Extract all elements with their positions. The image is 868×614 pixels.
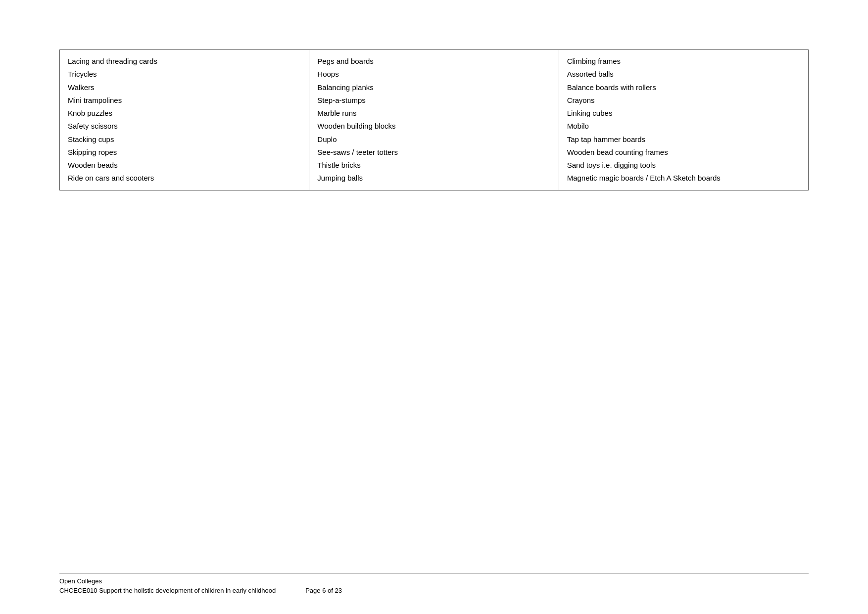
footer-course-title: CHCECE010 Support the holistic developme…	[59, 587, 276, 594]
list-item: Duplo	[317, 133, 550, 146]
list-item: Mini trampolines	[68, 94, 301, 107]
list-item: Walkers	[68, 81, 301, 94]
content-table: Lacing and threading cardsTricyclesWalke…	[59, 49, 809, 190]
list-item: Mobilo	[567, 120, 800, 133]
list-item: Skipping ropes	[68, 146, 301, 159]
list-item: Balancing planks	[317, 81, 550, 94]
list-item: Safety scissors	[68, 120, 301, 133]
list-item: Climbing frames	[567, 55, 800, 68]
list-item: Lacing and threading cards	[68, 55, 301, 68]
list-item: Assorted balls	[567, 68, 800, 81]
list-item: Step-a-stumps	[317, 94, 550, 107]
list-item: Balance boards with rollers	[567, 81, 800, 94]
list-item: Wooden bead counting frames	[567, 146, 800, 159]
footer-org: Open Colleges	[59, 577, 809, 585]
list-item: Wooden building blocks	[317, 120, 550, 133]
list-item: Ride on cars and scooters	[68, 172, 301, 185]
list-item: Stacking cups	[68, 133, 301, 146]
list-item: See-saws / teeter totters	[317, 146, 550, 159]
footer-page: Page 6 of 23	[305, 587, 342, 594]
list-item: Linking cubes	[567, 107, 800, 120]
list-item: Tap tap hammer boards	[567, 133, 800, 146]
footer-course: CHCECE010 Support the holistic developme…	[59, 587, 809, 594]
list-item: Pegs and boards	[317, 55, 550, 68]
list-item: Knob puzzles	[68, 107, 301, 120]
footer-divider	[59, 573, 809, 573]
list-item: Wooden beads	[68, 159, 301, 172]
list-item: Magnetic magic boards / Etch A Sketch bo…	[567, 172, 800, 185]
list-item: Jumping balls	[317, 172, 550, 185]
table-col-2: Pegs and boardsHoopsBalancing planksStep…	[309, 50, 559, 190]
list-item: Thistle bricks	[317, 159, 550, 172]
list-item: Marble runs	[317, 107, 550, 120]
page-container: Lacing and threading cardsTricyclesWalke…	[0, 0, 868, 614]
footer: Open Colleges CHCECE010 Support the holi…	[59, 573, 809, 594]
table-col-1: Lacing and threading cardsTricyclesWalke…	[60, 50, 309, 190]
table-col-3: Climbing framesAssorted ballsBalance boa…	[559, 50, 808, 190]
list-item: Crayons	[567, 94, 800, 107]
list-item: Hoops	[317, 68, 550, 81]
list-item: Sand toys i.e. digging tools	[567, 159, 800, 172]
list-item: Tricycles	[68, 68, 301, 81]
